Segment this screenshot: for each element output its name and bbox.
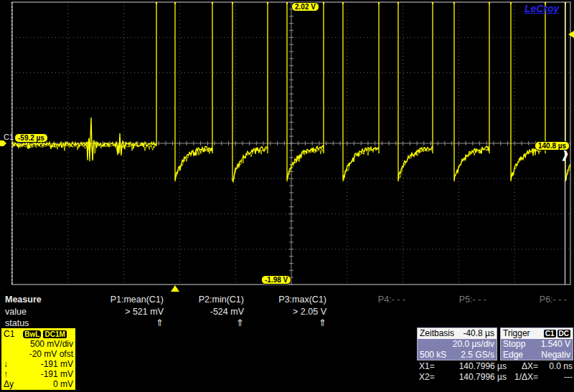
measure-col-p2[interactable]: P2:min(C1) -524 mV ⇑ [156, 292, 244, 328]
cursor-readouts: X1= 140.7996 µs ΔX= 0.0 ns X2= 140.7996 … [419, 361, 573, 383]
measure-p5-header[interactable]: P5:- - - [399, 295, 486, 305]
measure-p3-status: ⇑ [239, 317, 326, 328]
timebase-title: Zeitbasis [420, 328, 454, 339]
x1-value: 140.7996 µs [445, 361, 507, 372]
trigger-level: 1.540 V [541, 339, 570, 350]
cursor-voltage-bottom-pill[interactable]: -1.98 V [261, 275, 291, 285]
measure-p2-header[interactable]: P2:min(C1) [156, 295, 244, 305]
channel-min-value: -191 mV [41, 359, 73, 369]
lecroy-logo: LeCroy [524, 3, 559, 14]
measure-p1-value: > 521 mV [76, 307, 164, 317]
measure-status-row-label: status [5, 318, 29, 328]
trigger-time-marker-icon[interactable] [171, 285, 179, 292]
timebase-samples: 500 kS [420, 350, 446, 360]
max-arrow-icon: ↑ [4, 369, 8, 379]
trigger-title: Trigger [503, 328, 530, 339]
measure-value-row-label: value [5, 307, 27, 317]
measure-p1-header[interactable]: P1:mean(C1) [76, 295, 164, 305]
oscilloscope-screen: ❯ C1 -59.2 µs 2.02 V 140.8 µs -1.98 V Le… [0, 0, 574, 392]
x2-label: X2= [419, 372, 445, 383]
trigger-source-badge: C1 [544, 330, 556, 338]
channel-c1-box[interactable]: C1 BwL DC1M 500 mV/div -20 mV ofst ↓ -19… [1, 328, 75, 390]
channel-offset: -20 mV ofst [29, 349, 73, 359]
timebase-box[interactable]: Zeitbasis -40.8 µs 20.0 µs/div 500 kS 2.… [417, 328, 497, 360]
waveform-display [0, 0, 574, 294]
trigger-level-marker-icon[interactable] [568, 31, 574, 38]
x1-label: X1= [419, 361, 445, 372]
cursor-voltage-top-pill[interactable]: 2.02 V [291, 2, 319, 11]
timebase-scale: 20.0 µs/div [453, 339, 494, 350]
channel-delta-value: 0 mV [53, 379, 73, 389]
measure-table: Measure value status P1:mean(C1) > 521 m… [0, 292, 574, 328]
timebase-delay: -40.8 µs [463, 328, 494, 339]
dx-label: ΔX= [507, 361, 538, 372]
measure-col-p3[interactable]: P3:max(C1) > 2.05 V ⇑ [239, 292, 326, 328]
measure-p2-value: -524 mV [156, 307, 244, 317]
channel-name: C1 [4, 329, 14, 339]
coupling-badge: DC1M [43, 330, 66, 338]
trigger-slope: Negativ [541, 350, 570, 360]
measure-p1-status: ⇑ [76, 317, 164, 328]
measure-p6-header[interactable]: P6:- - - [479, 295, 567, 305]
invdx-value: --- [538, 372, 573, 383]
channel-max-value: -191 mV [41, 369, 73, 379]
measure-p2-status: ⇑ [156, 317, 244, 328]
bandwidth-limit-badge: BwL [23, 330, 41, 338]
measure-p4-header[interactable]: P4:- - - [318, 295, 405, 305]
min-arrow-icon: ↓ [4, 359, 8, 369]
trace-channel-label: C1 [4, 133, 14, 141]
measure-p3-value: > 2.05 V [239, 307, 326, 317]
channel-scale: 500 mV/div [30, 339, 73, 349]
cursor-time-right-pill[interactable]: 140.8 µs [535, 141, 570, 150]
cursor-time-left-pill[interactable]: -59.2 µs [14, 133, 48, 143]
trigger-type: Edge [503, 350, 523, 360]
x2-value: 140.7996 µs [445, 372, 507, 383]
measure-col-p1[interactable]: P1:mean(C1) > 521 mV ⇑ [76, 292, 164, 328]
trigger-box[interactable]: Trigger C1 DC Stopp 1.540 V Edge Negativ [500, 328, 573, 360]
trigger-mode: Stopp [503, 339, 525, 350]
measure-title: Measure [5, 295, 42, 305]
measure-col-p6[interactable]: P6:- - - [479, 292, 567, 328]
measure-p3-header[interactable]: P3:max(C1) [239, 295, 326, 305]
dx-value: 0.0 ns [538, 361, 573, 372]
cursor-line-x1[interactable] [11, 2, 12, 285]
measure-col-p5[interactable]: P5:- - - [399, 292, 486, 328]
timebase-rate: 2.5 GS/s [461, 350, 494, 360]
invdx-label: 1/ΔX= [507, 372, 538, 383]
delta-y-label: Δy [4, 379, 14, 389]
trigger-coupling-badge: DC [557, 330, 570, 338]
measure-col-p4[interactable]: P4:- - - [318, 292, 405, 328]
